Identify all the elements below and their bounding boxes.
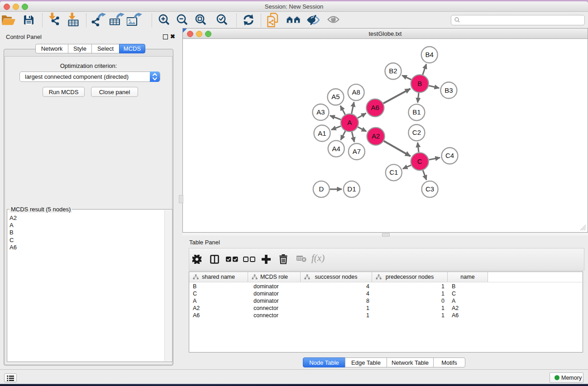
svg-text:A3: A3: [316, 108, 325, 116]
svg-text:B3: B3: [445, 86, 453, 94]
svg-text:C4: C4: [445, 152, 454, 159]
svg-text:A5: A5: [331, 93, 339, 100]
svg-text:D: D: [319, 185, 324, 193]
svg-text:C3: C3: [425, 185, 434, 193]
svg-text:A7: A7: [353, 148, 361, 155]
svg-text:A4: A4: [332, 145, 340, 152]
svg-text:A2: A2: [372, 132, 380, 140]
svg-text:B2: B2: [389, 67, 397, 75]
svg-text:B4: B4: [425, 51, 434, 58]
svg-text:A: A: [347, 119, 352, 126]
svg-text:B1: B1: [412, 108, 421, 116]
svg-text:C2: C2: [412, 129, 421, 136]
svg-text:A6: A6: [371, 104, 379, 111]
svg-text:D1: D1: [347, 185, 356, 193]
svg-text:B: B: [417, 80, 422, 87]
svg-text:C: C: [417, 157, 422, 165]
svg-text:A8: A8: [352, 88, 360, 96]
svg-text:C1: C1: [389, 168, 398, 176]
svg-text:A1: A1: [318, 129, 326, 137]
